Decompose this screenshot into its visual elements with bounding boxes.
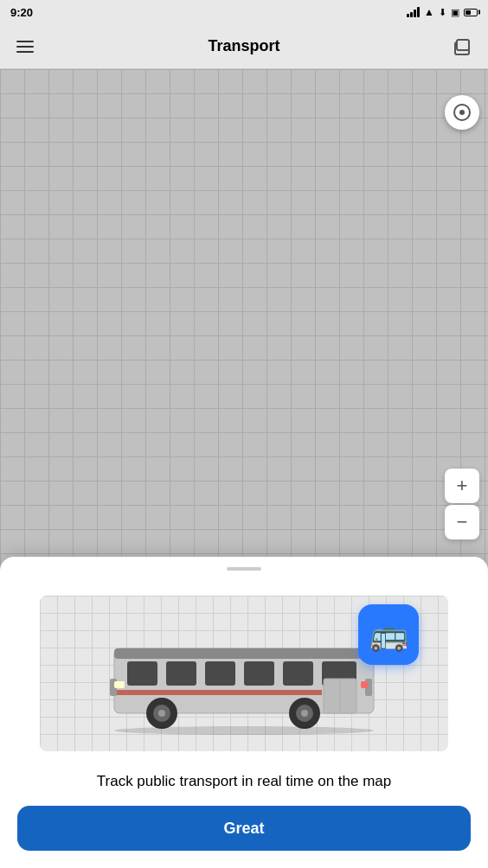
layers-icon [453, 36, 473, 57]
svg-rect-8 [283, 661, 313, 686]
signal-icon [407, 7, 420, 17]
app-icon-badge: 🚌 [358, 604, 419, 665]
status-icons: ▲ ⬇ ▣ [407, 6, 478, 18]
svg-point-23 [114, 726, 374, 735]
svg-rect-5 [166, 661, 196, 686]
svg-rect-6 [205, 661, 235, 686]
sheet-description: Track public transport in real time on t… [97, 771, 391, 792]
sheet-illustration: 🚌 [17, 584, 471, 763]
sheet-handle [227, 567, 261, 571]
svg-rect-3 [114, 648, 374, 659]
svg-rect-16 [361, 681, 368, 688]
great-button[interactable]: Great [17, 806, 471, 851]
svg-rect-7 [244, 661, 274, 686]
svg-rect-14 [114, 681, 125, 688]
status-bar: 9:20 ▲ ⬇ ▣ [0, 0, 488, 24]
svg-point-22 [301, 710, 308, 717]
layers-button[interactable] [446, 30, 479, 63]
bus-illustration [97, 631, 391, 738]
nav-bar: Transport [0, 24, 488, 69]
zoom-out-button[interactable]: − [445, 505, 479, 539]
zoom-in-button[interactable]: + [445, 469, 479, 503]
svg-rect-12 [114, 690, 322, 695]
app-icon-bus-emoji: 🚌 [369, 616, 408, 653]
svg-rect-1 [457, 40, 469, 50]
bus-scene: 🚌 [17, 596, 471, 751]
location-icon [453, 104, 471, 121]
svg-point-19 [158, 710, 165, 717]
zoom-controls: + − [445, 469, 479, 539]
sd-icon: ▣ [451, 7, 459, 18]
battery-icon [464, 9, 478, 16]
download-icon: ⬇ [439, 7, 446, 18]
page-title: Transport [208, 37, 279, 55]
bottom-sheet: 🚌 [0, 557, 488, 868]
status-time: 9:20 [10, 6, 33, 19]
hamburger-icon [16, 41, 34, 53]
location-button[interactable] [445, 95, 479, 130]
wifi-icon: ▲ [424, 6, 434, 18]
svg-rect-4 [127, 661, 157, 686]
menu-button[interactable] [9, 30, 42, 63]
